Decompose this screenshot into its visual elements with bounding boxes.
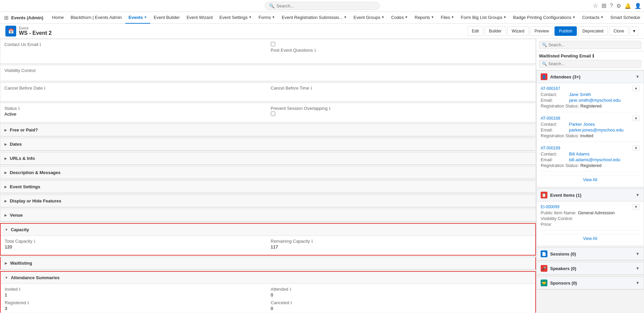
post-event-checkbox[interactable] [271, 42, 275, 46]
attendance-header[interactable]: ▼ Attendance Summaries [1, 272, 535, 284]
cancel-time-info-icon[interactable]: ℹ [311, 86, 312, 91]
preview-button[interactable]: Preview [530, 26, 553, 36]
user-avatar[interactable]: 👤 [635, 3, 641, 9]
event-items-expand-icon[interactable]: ▼ [636, 193, 640, 197]
attendee-3-email-link[interactable]: bill.adams@myschool.edu [569, 157, 620, 162]
description-header[interactable]: ▶ Description & Messages [0, 167, 536, 179]
global-search-input[interactable] [277, 3, 375, 8]
nav-grid-icon[interactable]: ⊞ [4, 15, 8, 21]
nav-item-forms[interactable]: Forms▼ [255, 12, 279, 24]
registered-info-icon[interactable]: ℹ [27, 300, 29, 305]
notifications-icon[interactable]: 🔔 [624, 3, 631, 9]
help-icon[interactable]: ? [610, 3, 613, 9]
status-info-icon[interactable]: ℹ [18, 106, 20, 111]
sessions-expand-icon[interactable]: ▼ [636, 251, 640, 256]
deprecated-button[interactable]: Deprecated [578, 26, 608, 36]
nav-item-codes[interactable]: Codes▼ [388, 12, 411, 24]
attendee-1-contact-link[interactable]: Jane Smith [569, 92, 591, 97]
event-item-expand[interactable]: ▼ [633, 204, 640, 210]
nav-item-events[interactable]: Events▼ [125, 12, 151, 24]
attendee-3-contact-link[interactable]: Bill Adams [569, 151, 590, 156]
nav-item-blackthorn[interactable]: Blackthorn | Events Admin [67, 12, 125, 24]
urls-info-header[interactable]: ▶ URLs & Info [0, 152, 536, 165]
event-items-body: EI-000099 ▼ Public Item Name: General Ad… [537, 201, 644, 246]
nav-item-reports[interactable]: Reports▼ [411, 12, 437, 24]
sessions-card: 📄 Sessions (0) ▼ [536, 247, 644, 261]
nav-item-badge[interactable]: Badge Printing Configurations▼ [510, 12, 579, 24]
settings-icon[interactable]: ⚙ [616, 3, 621, 9]
post-event-info-icon[interactable]: ℹ [314, 48, 316, 53]
status-content: Status ℹ Active ✏ Prevent Session Overla… [0, 103, 536, 122]
display-hide-header[interactable]: ▶ Display or Hide Features [0, 195, 536, 207]
total-capacity-info-icon[interactable]: ℹ [34, 239, 35, 244]
nav-item-home[interactable]: Home [49, 12, 67, 24]
attended-text: 0 [271, 292, 273, 297]
clone-button[interactable]: Clone [609, 26, 628, 36]
global-search[interactable]: 🔍 [265, 2, 380, 10]
event-items-header[interactable]: 📋 Event Items (1) ▼ [537, 189, 644, 201]
attended-info-icon[interactable]: ℹ [290, 287, 291, 292]
waitlisted-search-input[interactable] [548, 62, 638, 66]
speakers-expand-icon[interactable]: ▼ [636, 266, 640, 271]
builder-button[interactable]: Builder [485, 26, 506, 36]
event-header-left: 📅 Event WS - Event 2 [5, 26, 52, 37]
cancel-date-info-icon[interactable]: ℹ [44, 86, 46, 91]
sponsors-expand-icon[interactable]: ▼ [636, 281, 640, 285]
contact-us-email-value: ✏ [4, 48, 265, 52]
sponsors-header[interactable]: 🤝 Sponsors (0) ▼ [537, 277, 644, 289]
urls-info-section: ▶ URLs & Info [0, 152, 536, 165]
waitlisting-header[interactable]: ▶ Waitlisting [1, 257, 535, 269]
attendee-3-id[interactable]: AT-000169 [541, 146, 560, 150]
event-item-id[interactable]: EI-000099 [541, 204, 559, 209]
attendee-2-id[interactable]: AT-000168 [541, 116, 560, 121]
attendee-2-email-link[interactable]: parker.jones@myschoo.edu [569, 127, 623, 133]
waitlisted-email-info-icon[interactable]: ℹ [592, 53, 594, 58]
attendee-1-status: Registration Status: Registered [541, 103, 640, 109]
attendees-header[interactable]: 👤 Attendees (3+) ▼ [537, 71, 644, 83]
attendee-1-email-link[interactable]: jane.smith@myschool.edu [569, 98, 621, 103]
nav-item-event-settings[interactable]: Event Settings▼ [216, 12, 255, 24]
venue-header[interactable]: ▶ Venue [0, 209, 536, 221]
star-icon[interactable]: ☆ [593, 2, 598, 9]
nav-item-event-wizard[interactable]: Event Wizard [183, 12, 216, 24]
wizard-button[interactable]: Wizard [507, 26, 529, 36]
attendee-1-id[interactable]: AT-000167 [541, 86, 560, 91]
attendees-expand-icon[interactable]: ▼ [636, 74, 640, 79]
attendees-view-all[interactable]: View All [541, 175, 640, 184]
attendee-2-expand[interactable]: ▼ [633, 116, 640, 121]
search-icon: 🔍 [269, 3, 275, 8]
event-items-view-all[interactable]: View All [541, 234, 640, 243]
sessions-header[interactable]: 📄 Sessions (0) ▼ [537, 248, 644, 260]
event-settings-header[interactable]: ▶ Event Settings [0, 181, 536, 193]
attendee-3-expand[interactable]: ▼ [633, 145, 640, 151]
prevent-session-checkbox[interactable] [271, 112, 275, 116]
capacity-header[interactable]: ▼ Capacity [1, 224, 535, 236]
prevent-session-info-icon[interactable]: ℹ [329, 106, 331, 111]
canceled-info-icon[interactable]: ℹ [290, 300, 292, 305]
grid-icon[interactable]: ⊞ [601, 2, 607, 9]
invited-info-icon[interactable]: ℹ [19, 287, 21, 292]
publish-button[interactable]: Publish [555, 26, 576, 36]
attended-group: Attended ℹ 0 ✏ [271, 287, 532, 297]
nav-item-files[interactable]: Files▼ [437, 12, 457, 24]
edit-button[interactable]: Edit [467, 26, 483, 36]
more-options-button[interactable]: ▼ [630, 26, 639, 36]
nav-item-contacts[interactable]: Contacts▼ [579, 12, 607, 24]
nav-item-event-reg[interactable]: Event Registration Submissio...▼ [278, 12, 350, 24]
speakers-header[interactable]: 🎤 Speakers (0) ▼ [537, 262, 644, 275]
attendance-summaries-section: ▼ Attendance Summaries Invited ℹ 1 ✏ [0, 271, 536, 313]
nav-item-big-list[interactable]: Form Big List Groups▼ [458, 12, 510, 24]
nav-item-event-builder[interactable]: Event Builder [150, 12, 183, 24]
contact-us-info-icon[interactable]: ℹ [40, 42, 41, 47]
status-row: Status ℹ Active ✏ Prevent Session Overla… [4, 106, 532, 117]
attendee-1-expand[interactable]: ▼ [633, 86, 640, 91]
free-or-paid-header[interactable]: ▶ Free or Paid? [0, 124, 536, 136]
right-search-input[interactable] [548, 43, 638, 47]
nav-item-smart-scheduler[interactable]: Smart Scheduler Admin [607, 12, 640, 24]
attended-label: Attended ℹ [271, 287, 532, 292]
dates-header[interactable]: ▶ Dates [0, 138, 536, 150]
attendee-2-contact-link[interactable]: Parker Jones [569, 122, 595, 127]
remaining-capacity-info-icon[interactable]: ℹ [311, 239, 313, 244]
post-event-value: ✏ [271, 53, 532, 58]
nav-item-event-groups[interactable]: Event Groups▼ [350, 12, 388, 24]
